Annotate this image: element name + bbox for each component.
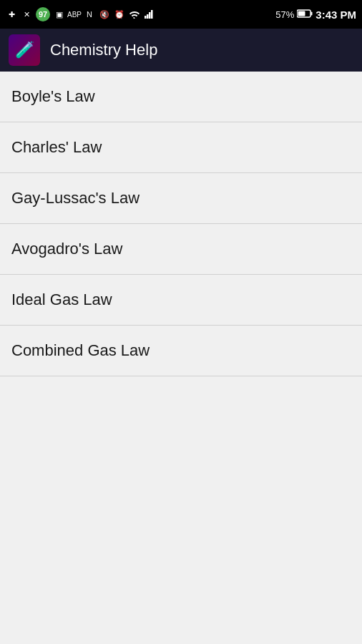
battery-percent: 57%	[275, 9, 294, 20]
alarm-icon: ⏰	[114, 9, 125, 20]
svg-rect-6	[298, 11, 305, 16]
list-item-label-avogadro-law: Avogadro's Law	[11, 240, 122, 258]
list-item-ideal-gas-law[interactable]: Ideal Gas Law	[0, 275, 362, 326]
battery-icon	[297, 9, 313, 20]
list-item-label-ideal-gas-law: Ideal Gas Law	[11, 291, 112, 309]
wifi-icon	[129, 9, 140, 20]
notification-badge: 97	[36, 7, 50, 21]
add-icon: ✚	[6, 9, 17, 20]
svg-rect-5	[311, 11, 313, 15]
list-item-combined-gas-law[interactable]: Combined Gas Law	[0, 326, 362, 376]
svg-rect-3	[151, 10, 153, 19]
list-item-label-combined-gas-law: Combined Gas Law	[11, 341, 150, 360]
signal-icon	[144, 9, 155, 20]
svg-rect-1	[147, 14, 149, 19]
svg-rect-2	[149, 12, 151, 19]
adblock-icon: ABP	[69, 9, 80, 20]
status-bar-left: ✚ ✕ 97 ▣ ABP N 🔇 ⏰	[6, 7, 155, 21]
list-item-label-boyles-law: Boyle's Law	[11, 87, 95, 106]
app-title: Chemistry Help	[50, 41, 157, 59]
app-bar: 🧪 Chemistry Help	[0, 29, 362, 72]
mute-icon: 🔇	[99, 9, 110, 20]
status-bar: ✚ ✕ 97 ▣ ABP N 🔇 ⏰ 57%	[0, 0, 362, 29]
nfc-icon: N	[84, 9, 95, 20]
status-time: 3:43 PM	[315, 9, 356, 21]
voicemail-icon: ▣	[54, 9, 65, 20]
app-icon: 🧪	[9, 34, 40, 66]
list-item-charles-law[interactable]: Charles' Law	[0, 122, 362, 173]
list-item-label-gay-lussac-law: Gay-Lussac's Law	[11, 189, 140, 208]
status-bar-right: 57% 3:43 PM	[275, 9, 356, 21]
menu-list: Boyle's LawCharles' LawGay-Lussac's LawA…	[0, 72, 362, 376]
svg-rect-0	[145, 16, 147, 19]
list-item-avogadro-law[interactable]: Avogadro's Law	[0, 224, 362, 275]
list-item-boyles-law[interactable]: Boyle's Law	[0, 72, 362, 122]
close-icon: ✕	[21, 9, 32, 20]
list-item-label-charles-law: Charles' Law	[11, 138, 102, 157]
list-item-gay-lussac-law[interactable]: Gay-Lussac's Law	[0, 173, 362, 224]
